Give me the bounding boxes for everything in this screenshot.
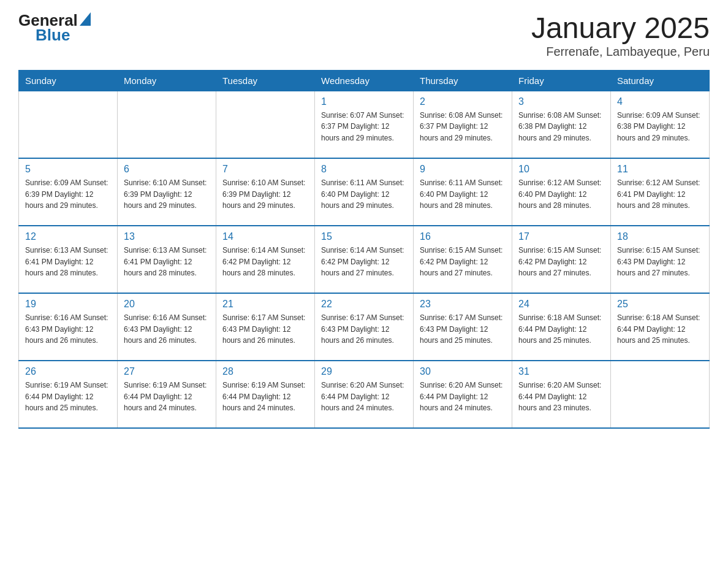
calendar-cell: 27Sunrise: 6:19 AM Sunset: 6:44 PM Dayli…	[118, 361, 216, 428]
day-number: 16	[420, 231, 506, 242]
calendar-cell: 10Sunrise: 6:12 AM Sunset: 6:40 PM Dayli…	[512, 158, 611, 226]
day-info: Sunrise: 6:20 AM Sunset: 6:44 PM Dayligh…	[420, 380, 506, 414]
weekday-header-monday: Monday	[118, 70, 216, 91]
day-number: 25	[617, 299, 703, 310]
logo-triangle-icon	[80, 12, 91, 26]
calendar-cell: 24Sunrise: 6:18 AM Sunset: 6:44 PM Dayli…	[512, 293, 611, 361]
day-info: Sunrise: 6:11 AM Sunset: 6:40 PM Dayligh…	[321, 177, 407, 212]
weekday-header-thursday: Thursday	[414, 70, 512, 91]
day-number: 15	[321, 231, 407, 242]
day-info: Sunrise: 6:10 AM Sunset: 6:39 PM Dayligh…	[222, 177, 308, 212]
day-info: Sunrise: 6:18 AM Sunset: 6:44 PM Dayligh…	[518, 312, 604, 347]
day-number: 17	[518, 231, 604, 242]
day-info: Sunrise: 6:17 AM Sunset: 6:43 PM Dayligh…	[420, 312, 506, 347]
day-number: 3	[518, 96, 604, 107]
day-info: Sunrise: 6:08 AM Sunset: 6:38 PM Dayligh…	[518, 110, 604, 144]
logo: General Blue	[18, 12, 91, 43]
day-info: Sunrise: 6:15 AM Sunset: 6:42 PM Dayligh…	[420, 245, 506, 279]
calendar-week-row: 19Sunrise: 6:16 AM Sunset: 6:43 PM Dayli…	[19, 293, 710, 361]
day-number: 22	[321, 299, 407, 310]
calendar-cell	[216, 91, 315, 158]
day-number: 14	[222, 231, 308, 242]
calendar-cell: 21Sunrise: 6:17 AM Sunset: 6:43 PM Dayli…	[216, 293, 315, 361]
day-number: 24	[518, 299, 604, 310]
day-number: 13	[124, 231, 210, 242]
calendar-cell: 1Sunrise: 6:07 AM Sunset: 6:37 PM Daylig…	[315, 91, 414, 158]
calendar-cell: 12Sunrise: 6:13 AM Sunset: 6:41 PM Dayli…	[19, 226, 118, 293]
day-number: 26	[25, 366, 111, 377]
weekday-header-tuesday: Tuesday	[216, 70, 315, 91]
day-info: Sunrise: 6:13 AM Sunset: 6:41 PM Dayligh…	[25, 245, 111, 279]
calendar-cell: 13Sunrise: 6:13 AM Sunset: 6:41 PM Dayli…	[118, 226, 216, 293]
calendar-header-row: SundayMondayTuesdayWednesdayThursdayFrid…	[19, 70, 710, 91]
calendar-cell: 2Sunrise: 6:08 AM Sunset: 6:37 PM Daylig…	[414, 91, 512, 158]
day-number: 18	[617, 231, 703, 242]
day-number: 2	[420, 96, 506, 107]
day-number: 4	[617, 96, 703, 107]
day-info: Sunrise: 6:08 AM Sunset: 6:37 PM Dayligh…	[420, 110, 506, 144]
day-number: 9	[420, 164, 506, 175]
weekday-header-saturday: Saturday	[611, 70, 710, 91]
day-number: 28	[222, 366, 308, 377]
calendar-cell: 5Sunrise: 6:09 AM Sunset: 6:39 PM Daylig…	[19, 158, 118, 226]
day-info: Sunrise: 6:10 AM Sunset: 6:39 PM Dayligh…	[124, 177, 210, 212]
day-info: Sunrise: 6:18 AM Sunset: 6:44 PM Dayligh…	[617, 312, 703, 347]
day-info: Sunrise: 6:15 AM Sunset: 6:42 PM Dayligh…	[518, 245, 604, 279]
calendar-cell: 8Sunrise: 6:11 AM Sunset: 6:40 PM Daylig…	[315, 158, 414, 226]
day-number: 31	[518, 366, 604, 377]
calendar-cell: 30Sunrise: 6:20 AM Sunset: 6:44 PM Dayli…	[414, 361, 512, 428]
calendar-title-block: January 2025 Ferrenafe, Lambayeque, Peru	[531, 12, 710, 59]
day-number: 23	[420, 299, 506, 310]
day-info: Sunrise: 6:17 AM Sunset: 6:43 PM Dayligh…	[321, 312, 407, 347]
day-info: Sunrise: 6:11 AM Sunset: 6:40 PM Dayligh…	[420, 177, 506, 212]
day-info: Sunrise: 6:17 AM Sunset: 6:43 PM Dayligh…	[222, 312, 308, 347]
day-info: Sunrise: 6:16 AM Sunset: 6:43 PM Dayligh…	[25, 312, 111, 347]
calendar-subtitle: Ferrenafe, Lambayeque, Peru	[531, 45, 710, 59]
day-info: Sunrise: 6:14 AM Sunset: 6:42 PM Dayligh…	[321, 245, 407, 279]
calendar-cell: 20Sunrise: 6:16 AM Sunset: 6:43 PM Dayli…	[118, 293, 216, 361]
calendar-cell: 19Sunrise: 6:16 AM Sunset: 6:43 PM Dayli…	[19, 293, 118, 361]
day-info: Sunrise: 6:20 AM Sunset: 6:44 PM Dayligh…	[518, 380, 604, 414]
day-number: 8	[321, 164, 407, 175]
calendar-cell: 15Sunrise: 6:14 AM Sunset: 6:42 PM Dayli…	[315, 226, 414, 293]
day-number: 1	[321, 96, 407, 107]
day-number: 10	[518, 164, 604, 175]
calendar-cell: 23Sunrise: 6:17 AM Sunset: 6:43 PM Dayli…	[414, 293, 512, 361]
calendar-cell: 28Sunrise: 6:19 AM Sunset: 6:44 PM Dayli…	[216, 361, 315, 428]
day-number: 27	[124, 366, 210, 377]
day-number: 11	[617, 164, 703, 175]
weekday-header-friday: Friday	[512, 70, 611, 91]
day-info: Sunrise: 6:19 AM Sunset: 6:44 PM Dayligh…	[124, 380, 210, 414]
page-header: General Blue January 2025 Ferrenafe, Lam…	[18, 12, 710, 59]
weekday-header-sunday: Sunday	[19, 70, 118, 91]
day-number: 21	[222, 299, 308, 310]
calendar-week-row: 5Sunrise: 6:09 AM Sunset: 6:39 PM Daylig…	[19, 158, 710, 226]
day-number: 12	[25, 231, 111, 242]
day-info: Sunrise: 6:09 AM Sunset: 6:38 PM Dayligh…	[617, 110, 703, 144]
day-info: Sunrise: 6:07 AM Sunset: 6:37 PM Dayligh…	[321, 110, 407, 144]
day-info: Sunrise: 6:15 AM Sunset: 6:43 PM Dayligh…	[617, 245, 703, 279]
calendar-cell: 17Sunrise: 6:15 AM Sunset: 6:42 PM Dayli…	[512, 226, 611, 293]
day-number: 19	[25, 299, 111, 310]
calendar-week-row: 1Sunrise: 6:07 AM Sunset: 6:37 PM Daylig…	[19, 91, 710, 158]
calendar-table: SundayMondayTuesdayWednesdayThursdayFrid…	[18, 70, 710, 429]
calendar-title: January 2025	[531, 12, 710, 45]
calendar-cell	[118, 91, 216, 158]
day-info: Sunrise: 6:16 AM Sunset: 6:43 PM Dayligh…	[124, 312, 210, 347]
calendar-cell: 16Sunrise: 6:15 AM Sunset: 6:42 PM Dayli…	[414, 226, 512, 293]
day-info: Sunrise: 6:13 AM Sunset: 6:41 PM Dayligh…	[124, 245, 210, 279]
day-number: 5	[25, 164, 111, 175]
calendar-week-row: 12Sunrise: 6:13 AM Sunset: 6:41 PM Dayli…	[19, 226, 710, 293]
calendar-cell: 9Sunrise: 6:11 AM Sunset: 6:40 PM Daylig…	[414, 158, 512, 226]
calendar-cell: 26Sunrise: 6:19 AM Sunset: 6:44 PM Dayli…	[19, 361, 118, 428]
day-info: Sunrise: 6:19 AM Sunset: 6:44 PM Dayligh…	[25, 380, 111, 414]
calendar-cell: 18Sunrise: 6:15 AM Sunset: 6:43 PM Dayli…	[611, 226, 710, 293]
calendar-cell	[19, 91, 118, 158]
calendar-cell: 29Sunrise: 6:20 AM Sunset: 6:44 PM Dayli…	[315, 361, 414, 428]
day-number: 6	[124, 164, 210, 175]
svg-marker-0	[80, 12, 91, 26]
calendar-cell: 6Sunrise: 6:10 AM Sunset: 6:39 PM Daylig…	[118, 158, 216, 226]
day-info: Sunrise: 6:19 AM Sunset: 6:44 PM Dayligh…	[222, 380, 308, 414]
calendar-week-row: 26Sunrise: 6:19 AM Sunset: 6:44 PM Dayli…	[19, 361, 710, 428]
calendar-cell: 25Sunrise: 6:18 AM Sunset: 6:44 PM Dayli…	[611, 293, 710, 361]
